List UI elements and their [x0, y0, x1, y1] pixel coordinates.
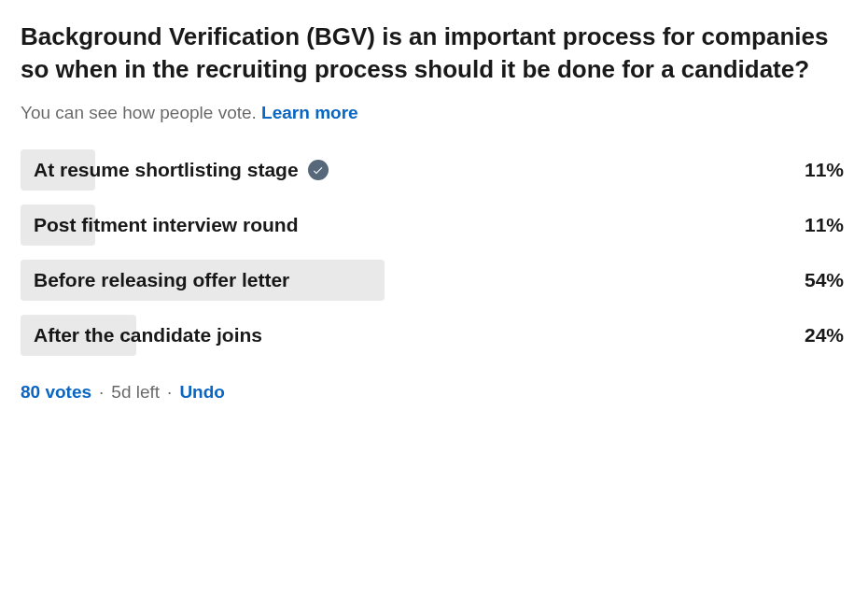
poll-option-label: After the candidate joins	[34, 324, 262, 346]
votes-count-link[interactable]: 80 votes	[21, 382, 91, 403]
poll-option[interactable]: At resume shortlisting stage 11%	[21, 149, 847, 191]
separator-dot: ·	[99, 382, 104, 403]
learn-more-link[interactable]: Learn more	[261, 103, 357, 122]
poll-option-left: At resume shortlisting stage	[21, 159, 329, 181]
poll-option[interactable]: After the candidate joins 24%	[21, 315, 847, 356]
poll-subtext-text: You can see how people vote.	[21, 103, 257, 122]
poll-option-label: Before releasing offer letter	[34, 269, 289, 291]
separator-dot: ·	[167, 382, 172, 403]
poll-percent: 54%	[805, 269, 847, 291]
poll-percent: 11%	[805, 214, 847, 236]
poll-option[interactable]: Post fitment interview round 11%	[21, 205, 847, 246]
checkmark-icon	[308, 160, 329, 180]
poll-percent: 11%	[805, 159, 847, 181]
poll-option-left: After the candidate joins	[21, 324, 262, 346]
poll-subtext: You can see how people vote. Learn more	[21, 103, 847, 123]
poll-percent: 24%	[805, 324, 847, 346]
poll-option-label: Post fitment interview round	[34, 214, 299, 236]
time-left: 5d left	[111, 382, 160, 403]
poll-option-left: Before releasing offer letter	[21, 269, 289, 291]
poll-option[interactable]: Before releasing offer letter 54%	[21, 260, 847, 301]
poll-option-label: At resume shortlisting stage	[34, 159, 299, 181]
poll-options: At resume shortlisting stage 11% Post fi…	[21, 149, 847, 356]
undo-link[interactable]: Undo	[179, 382, 225, 403]
poll-option-left: Post fitment interview round	[21, 214, 299, 236]
poll-question: Background Verification (BGV) is an impo…	[21, 21, 847, 86]
poll-footer: 80 votes · 5d left · Undo	[21, 382, 847, 403]
